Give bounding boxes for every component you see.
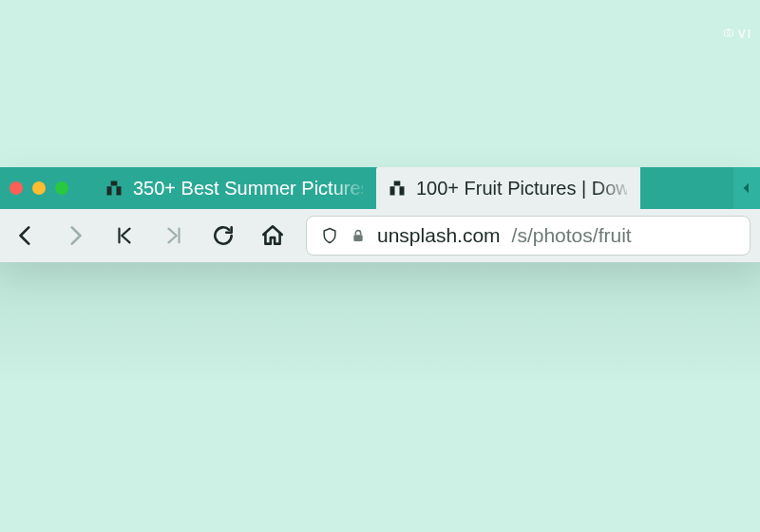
zoom-window-button[interactable]: [55, 181, 68, 195]
tab-fruit-pictures[interactable]: 100+ Fruit Pictures | Down: [376, 167, 640, 209]
watermark-text: VI: [738, 28, 752, 41]
forward-button[interactable]: [59, 217, 91, 255]
browser-window: 350+ Best Summer Pictures 100+ Fruit Pic…: [0, 167, 760, 262]
unsplash-favicon-icon: [104, 179, 124, 198]
window-controls: [10, 167, 93, 209]
svg-rect-4: [353, 235, 362, 241]
tab-strip: 350+ Best Summer Pictures 100+ Fruit Pic…: [0, 167, 760, 209]
unsplash-favicon-icon: [388, 179, 407, 198]
home-button[interactable]: [256, 217, 289, 255]
address-bar[interactable]: unsplash.com/s/photos/fruit: [306, 216, 750, 256]
tab-title: 350+ Best Summer Pictures: [133, 178, 363, 200]
reload-button[interactable]: [207, 217, 239, 255]
address-path: /s/photos/fruit: [512, 224, 632, 247]
svg-rect-0: [724, 30, 732, 37]
camera-icon: [723, 27, 734, 41]
lock-icon: [351, 227, 366, 244]
tab-summer-pictures[interactable]: 350+ Best Summer Pictures: [93, 167, 376, 209]
fast-forward-button[interactable]: [158, 217, 190, 255]
minimize-window-button[interactable]: [32, 181, 46, 195]
watermark: VI: [723, 27, 752, 41]
svg-point-1: [727, 31, 730, 34]
tab-title: 100+ Fruit Pictures | Down: [416, 178, 627, 200]
tab-scroll-left-button[interactable]: [733, 167, 760, 209]
rewind-button[interactable]: [108, 217, 141, 255]
back-button[interactable]: [10, 217, 42, 255]
navigation-toolbar: unsplash.com/s/photos/fruit: [0, 209, 760, 262]
shield-icon: [320, 225, 339, 246]
close-window-button[interactable]: [10, 181, 23, 195]
address-host: unsplash.com: [377, 224, 501, 247]
